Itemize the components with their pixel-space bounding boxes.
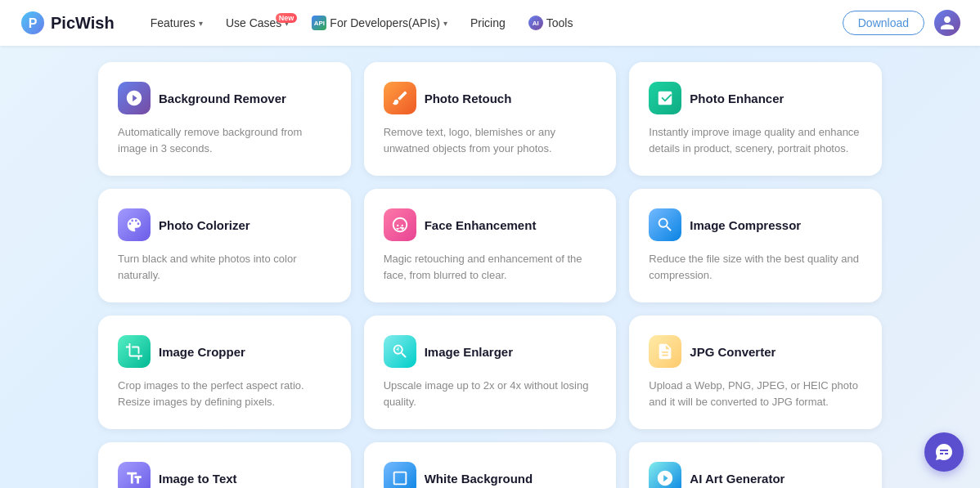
tool-name: AI Art Generator xyxy=(690,472,784,486)
nav-features-label: Features xyxy=(151,16,196,29)
nav-use-cases[interactable]: Use Cases ▾ New xyxy=(216,11,299,34)
tool-desc: Upload a Webp, PNG, JPEG, or HEIC photo … xyxy=(649,378,862,410)
tool-card-header: Image to Text xyxy=(118,462,331,488)
tool-icon-jpg xyxy=(649,335,681,368)
nav-items: Features ▾ Use Cases ▾ New API For Devel… xyxy=(141,11,843,35)
tool-card[interactable]: Image to TextEasily convert image to edi… xyxy=(98,442,351,488)
tool-card[interactable]: Photo ColorizerTurn black and white phot… xyxy=(98,189,351,302)
tool-name: Image to Text xyxy=(159,472,237,486)
tool-icon-face xyxy=(384,208,416,241)
tool-icon-retouch xyxy=(384,82,416,114)
tool-icon-cropper xyxy=(118,335,151,368)
tool-desc: Remove text, logo, blemishes or any unwa… xyxy=(384,124,597,156)
logo-text: PicWish xyxy=(51,14,115,33)
tool-icon-enhancer xyxy=(649,82,681,114)
chat-button[interactable] xyxy=(924,432,964,472)
tool-card[interactable]: Photo RetouchRemove text, logo, blemishe… xyxy=(364,62,617,176)
tool-desc: Crop images to the perfect aspect ratio.… xyxy=(118,378,331,410)
tool-card-header: Photo Colorizer xyxy=(118,208,331,241)
nav-developers[interactable]: API For Developers(APIs) ▾ xyxy=(302,11,457,35)
nav-developers-label: For Developers(APIs) xyxy=(330,16,440,29)
tool-card-header: Background Remover xyxy=(118,82,331,114)
tools-grid: Background RemoverAutomatically remove b… xyxy=(98,62,882,488)
nav-tools-label: Tools xyxy=(546,16,573,29)
tool-name: Image Cropper xyxy=(159,345,245,359)
tool-card-header: Photo Retouch xyxy=(384,82,597,114)
tool-icon-white-bg xyxy=(384,462,416,488)
user-avatar[interactable] xyxy=(934,10,960,36)
nav-right: Download xyxy=(843,10,960,36)
tool-card-header: Image Cropper xyxy=(118,335,331,368)
tool-card-header: Image Compressor xyxy=(649,208,862,241)
tool-card[interactable]: Image EnlargerUpscale image up to 2x or … xyxy=(364,316,617,429)
tool-icon-colorizer xyxy=(118,208,151,241)
chevron-down-icon: ▾ xyxy=(199,19,203,28)
tool-desc: Turn black and white photos into color n… xyxy=(118,251,331,283)
tool-name: Image Enlarger xyxy=(425,345,513,359)
tool-icon-ai-art xyxy=(649,462,681,488)
main-content: Background RemoverAutomatically remove b… xyxy=(0,46,980,488)
tool-desc: Automatically remove background from ima… xyxy=(118,124,331,156)
tool-desc: Instantly improve image quality and enha… xyxy=(649,124,862,156)
nav-pricing[interactable]: Pricing xyxy=(461,11,515,34)
tool-name: Face Enhancement xyxy=(425,218,537,232)
tool-desc: Reduce the file size with the best quali… xyxy=(649,251,862,283)
tool-icon-remover xyxy=(118,82,151,114)
tool-card-header: JPG Converter xyxy=(649,335,862,368)
tool-icon-enlarger xyxy=(384,335,416,368)
tool-card[interactable]: Image CropperCrop images to the perfect … xyxy=(98,316,351,429)
tool-card-header: Face Enhancement xyxy=(384,208,597,241)
tool-card[interactable]: Background RemoverAutomatically remove b… xyxy=(98,62,351,176)
ai-icon: AI xyxy=(528,16,543,30)
tool-card[interactable]: Face EnhancementMagic retouching and enh… xyxy=(364,189,617,302)
download-button[interactable]: Download xyxy=(843,11,924,35)
tool-card[interactable]: Image CompressorReduce the file size wit… xyxy=(629,189,882,302)
tool-name: Photo Colorizer xyxy=(159,218,250,232)
tool-icon-compressor xyxy=(649,208,681,241)
tool-card[interactable]: White BackgroundMake photo background wh… xyxy=(364,442,617,488)
tool-name: Image Compressor xyxy=(690,218,801,232)
svg-text:P: P xyxy=(29,16,38,30)
tool-card-header: White Background xyxy=(384,462,597,488)
tool-icon-image-text xyxy=(118,462,151,488)
chevron-down-icon: ▾ xyxy=(443,19,447,28)
tool-card-header: AI Art Generator xyxy=(649,462,862,488)
nav-use-cases-label: Use Cases xyxy=(226,16,281,29)
navbar: P PicWish Features ▾ Use Cases ▾ New API… xyxy=(0,0,980,46)
tool-name: JPG Converter xyxy=(690,345,775,359)
tool-name: Background Remover xyxy=(159,92,286,105)
tool-name: Photo Enhancer xyxy=(690,92,784,105)
tool-card[interactable]: JPG ConverterUpload a Webp, PNG, JPEG, o… xyxy=(629,316,882,429)
nav-tools[interactable]: AI Tools xyxy=(519,11,583,35)
nav-pricing-label: Pricing xyxy=(470,16,506,29)
new-badge: New xyxy=(276,13,298,23)
logo[interactable]: P PicWish xyxy=(20,10,115,36)
nav-features[interactable]: Features ▾ xyxy=(141,11,213,34)
tool-desc: Magic retouching and enhancement of the … xyxy=(384,251,597,283)
tool-card[interactable]: AI Art GeneratorProduce AI-generated ima… xyxy=(629,442,882,488)
tool-name: Photo Retouch xyxy=(425,92,512,105)
tool-name: White Background xyxy=(425,472,533,486)
tool-card-header: Image Enlarger xyxy=(384,335,597,368)
tool-card[interactable]: Photo EnhancerInstantly improve image qu… xyxy=(629,62,882,176)
tool-desc: Upscale image up to 2x or 4x without los… xyxy=(384,378,597,410)
api-icon: API xyxy=(312,16,326,30)
tool-card-header: Photo Enhancer xyxy=(649,82,862,114)
